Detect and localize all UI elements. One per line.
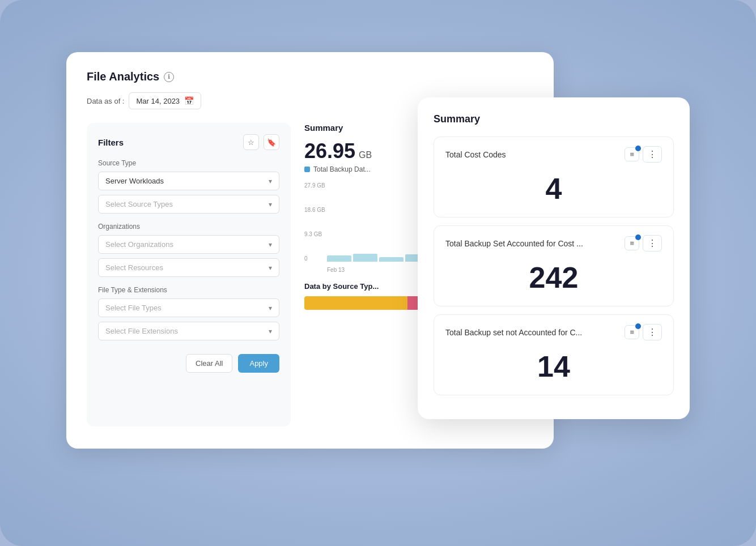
metric-dot-2 <box>635 234 641 240</box>
y-label-1: 27.9 GB <box>304 182 325 189</box>
filter-lines-icon: ≡ <box>630 239 634 248</box>
metric-card-1: Total Cost Codes ≡ ⋮ 4 <box>434 136 674 217</box>
filter-lines-icon: ≡ <box>630 328 634 336</box>
filters-icons: ☆ 🔖 <box>243 134 279 150</box>
legend-text: Total Backup Dat... <box>313 165 371 173</box>
select-source-types-placeholder: Select Source Types <box>105 200 173 208</box>
summary-card-title: Summary <box>434 113 674 125</box>
metric-card-3: Total Backup set not Accounted for C... … <box>434 314 674 395</box>
metric-value-3: 14 <box>445 347 662 386</box>
metric-dot-3 <box>635 323 641 329</box>
star-button[interactable]: ☆ <box>243 134 259 150</box>
chart-bar <box>353 254 377 262</box>
chevron-down-icon: ▾ <box>269 304 272 312</box>
metric-card-2-header: Total Backup Set Accounted for Cost ... … <box>445 235 662 251</box>
source-type-value: Server Workloads <box>105 177 164 185</box>
chevron-down-icon: ▾ <box>269 241 272 249</box>
filters-header: Filters ☆ 🔖 <box>98 134 279 150</box>
y-label-4: 0 <box>304 255 325 262</box>
metric-card-2: Total Backup Set Accounted for Cost ... … <box>434 225 674 306</box>
file-type-label: File Type & Extensions <box>98 286 279 294</box>
source-type-section: Source Type Server Workloads ▾ Select So… <box>98 159 279 214</box>
metric-card-1-header: Total Cost Codes ≡ ⋮ <box>445 146 662 163</box>
legend-dot <box>304 167 310 172</box>
metric-card-3-header: Total Backup set not Accounted for C... … <box>445 324 662 340</box>
chart-bar <box>327 255 351 262</box>
metric-more-button-2[interactable]: ⋮ <box>643 235 662 251</box>
chart-bar <box>379 257 404 262</box>
chevron-down-icon: ▾ <box>269 201 272 208</box>
page-title: File Analytics <box>87 70 159 83</box>
metric-filter-button-3[interactable]: ≡ <box>625 325 639 339</box>
organizations-section: Organizations Select Organizations ▾ Sel… <box>98 223 279 277</box>
summary-card: Summary Total Cost Codes ≡ ⋮ 4 Total Bac… <box>418 97 690 419</box>
summary-unit: GB <box>359 150 372 160</box>
chart-y-labels: 27.9 GB 18.6 GB 9.3 GB 0 <box>304 182 325 262</box>
select-file-types-dropdown[interactable]: Select File Types ▾ <box>98 298 279 317</box>
star-icon: ☆ <box>248 138 254 147</box>
y-label-3: 9.3 GB <box>304 231 325 237</box>
scene-container: File Analytics ℹ Data as of : Mar 14, 20… <box>66 52 690 494</box>
date-picker[interactable]: Mar 14, 2023 📅 <box>129 92 201 109</box>
metric-card-1-actions: ≡ ⋮ <box>625 146 662 163</box>
metric-card-2-label: Total Backup Set Accounted for Cost ... <box>445 239 583 248</box>
stacked-bar-seg-1 <box>304 296 407 310</box>
date-label: Data as of : <box>87 97 124 105</box>
metric-card-2-actions: ≡ ⋮ <box>625 235 662 251</box>
apply-button[interactable]: Apply <box>238 354 279 373</box>
filter-buttons: Clear All Apply <box>98 354 279 373</box>
metric-filter-button-2[interactable]: ≡ <box>625 236 639 250</box>
metric-filter-button-1[interactable]: ≡ <box>625 147 639 161</box>
clear-all-button[interactable]: Clear All <box>186 354 232 373</box>
bookmark-button[interactable]: 🔖 <box>264 134 279 150</box>
organizations-label: Organizations <box>98 223 279 231</box>
source-type-label: Source Type <box>98 159 279 167</box>
card-header: File Analytics ℹ <box>87 70 533 83</box>
chevron-down-icon: ▾ <box>269 177 272 185</box>
filter-lines-icon: ≡ <box>630 150 634 159</box>
y-label-2: 18.6 GB <box>304 207 325 213</box>
select-organizations-placeholder: Select Organizations <box>105 240 173 249</box>
metric-card-3-label: Total Backup set not Accounted for C... <box>445 328 582 337</box>
calendar-icon: 📅 <box>184 96 194 105</box>
select-resources-placeholder: Select Resources <box>105 263 163 272</box>
select-file-types-placeholder: Select File Types <box>105 304 162 312</box>
select-resources-dropdown[interactable]: Select Resources ▾ <box>98 258 279 277</box>
file-type-section: File Type & Extensions Select File Types… <box>98 286 279 340</box>
metric-more-button-3[interactable]: ⋮ <box>643 324 662 340</box>
metric-dot-1 <box>635 146 641 151</box>
filters-panel: Filters ☆ 🔖 Source Type Server Workloads <box>87 123 291 426</box>
chevron-down-icon: ▾ <box>269 327 272 335</box>
select-source-types-dropdown[interactable]: Select Source Types ▾ <box>98 195 279 214</box>
metric-card-3-actions: ≡ ⋮ <box>625 324 662 340</box>
summary-big-number: 26.95 <box>304 139 355 163</box>
source-type-dropdown[interactable]: Server Workloads ▾ <box>98 172 279 190</box>
select-organizations-dropdown[interactable]: Select Organizations ▾ <box>98 235 279 254</box>
x-label: Feb 13 <box>327 267 345 273</box>
metric-value-1: 4 <box>445 169 662 208</box>
metric-value-2: 242 <box>445 258 662 297</box>
date-value: Mar 14, 2023 <box>136 97 180 105</box>
metric-more-button-1[interactable]: ⋮ <box>643 146 662 163</box>
filters-title: Filters <box>98 138 124 147</box>
info-icon[interactable]: ℹ <box>164 72 174 82</box>
metric-card-1-label: Total Cost Codes <box>445 150 506 159</box>
select-file-extensions-dropdown[interactable]: Select File Extensions ▾ <box>98 322 279 340</box>
chevron-down-icon: ▾ <box>269 264 272 272</box>
bookmark-icon: 🔖 <box>267 138 276 147</box>
select-file-extensions-placeholder: Select File Extensions <box>105 327 178 335</box>
